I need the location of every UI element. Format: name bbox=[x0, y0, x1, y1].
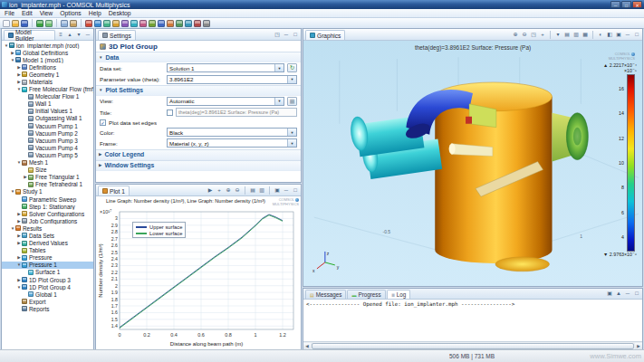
chevron-down-icon[interactable]: ▼ bbox=[287, 129, 296, 136]
menu-help[interactable]: Help bbox=[89, 10, 101, 16]
tree-item[interactable]: ▼Results bbox=[2, 224, 93, 232]
physics-icon[interactable] bbox=[139, 20, 147, 27]
undo-icon[interactable] bbox=[36, 20, 43, 27]
parameter-value-select[interactable]: 3.8961E2 ▼ bbox=[167, 75, 297, 84]
tree-item[interactable]: Vacuum Pump 2 bbox=[2, 129, 93, 137]
save-icon[interactable] bbox=[21, 20, 28, 27]
tree-item[interactable]: ▶Data Sets bbox=[2, 232, 93, 239]
y-log-scale-icon[interactable]: ▥ bbox=[258, 186, 265, 195]
minimize-panel-icon[interactable]: ─ bbox=[283, 31, 290, 39]
tree-item[interactable]: Size bbox=[2, 167, 93, 174]
tab-messages[interactable]: ▤Messages bbox=[305, 290, 346, 299]
scene-light-icon[interactable]: ◐ bbox=[597, 31, 604, 39]
warning-icon[interactable]: ▲ bbox=[615, 290, 622, 298]
scroll-right-icon[interactable]: ▶ bbox=[635, 343, 642, 349]
dataset-select[interactable]: Solution 1 ▼ bbox=[167, 63, 284, 72]
results-icon[interactable] bbox=[158, 20, 165, 27]
tree-item[interactable]: Initial Values 1 bbox=[2, 108, 93, 115]
tab-log[interactable]: ≣Log bbox=[387, 290, 411, 299]
graphics-tab[interactable]: Graphics bbox=[305, 30, 345, 40]
graphics-canvas[interactable]: theta(deg)=3.8961E2 Surface: Pressure (P… bbox=[303, 41, 642, 286]
desktop-icon[interactable] bbox=[194, 20, 201, 27]
expand-all-icon[interactable]: ▾ bbox=[75, 31, 82, 39]
tree-item[interactable]: Free Tetrahedral 1 bbox=[2, 181, 93, 188]
tree-item[interactable]: ▼1D Plot Group 4 bbox=[2, 283, 93, 291]
zoom-out-icon[interactable]: ⊖ bbox=[234, 186, 241, 195]
tree-item[interactable]: ▶Pressure bbox=[2, 254, 93, 262]
tree-item[interactable]: Reports bbox=[2, 305, 93, 312]
study-icon[interactable] bbox=[149, 20, 156, 27]
tab-progress[interactable]: ▬Progress bbox=[347, 290, 385, 299]
scroll-left-icon[interactable]: ◀ bbox=[303, 343, 311, 349]
x-log-scale-icon[interactable]: ▤ bbox=[249, 186, 256, 195]
menu-file[interactable]: File bbox=[5, 10, 14, 16]
tree-item[interactable]: ▶Global Definitions bbox=[2, 49, 93, 56]
mesh-icon[interactable] bbox=[94, 20, 101, 27]
zoom-extents-icon[interactable]: + bbox=[539, 31, 546, 39]
maximize-panel-icon[interactable]: □ bbox=[633, 290, 640, 298]
tree-item[interactable]: Tables bbox=[2, 247, 93, 254]
zoom-box-icon[interactable]: ◳ bbox=[530, 31, 537, 39]
tree-item[interactable]: ▶1D Plot Group 3 bbox=[2, 276, 93, 283]
close-button[interactable]: ✕ bbox=[632, 1, 642, 8]
tree-item[interactable]: ▶Geometry 1 bbox=[2, 71, 93, 78]
chevron-down-icon[interactable]: ▼ bbox=[287, 139, 296, 147]
collapse-all-icon[interactable]: ▴ bbox=[66, 31, 73, 39]
zoom-in-icon[interactable]: ⊕ bbox=[225, 186, 232, 195]
compute-icon[interactable] bbox=[103, 20, 111, 27]
tree-item[interactable]: Step 1: Stationary bbox=[2, 203, 93, 210]
image-snapshot-icon[interactable]: ▣ bbox=[615, 31, 622, 39]
transparency-icon[interactable]: ◧ bbox=[606, 31, 613, 39]
horizontal-scrollbar[interactable]: ◀ ▶ bbox=[303, 341, 642, 349]
tree-item[interactable]: ▶Free Triangular 1 bbox=[2, 174, 93, 181]
settings-tab[interactable]: Settings bbox=[98, 30, 136, 40]
minimize-panel-icon[interactable]: ─ bbox=[84, 31, 91, 39]
minimize-panel-icon[interactable]: ─ bbox=[624, 31, 631, 39]
tree-item[interactable]: ▼Pressure 1 bbox=[2, 262, 93, 269]
material-icon[interactable] bbox=[130, 20, 138, 27]
plot-icon[interactable] bbox=[112, 20, 120, 27]
maximize-panel-icon[interactable]: □ bbox=[292, 186, 299, 195]
plot1-tab[interactable]: Plot 1 bbox=[98, 186, 130, 195]
section-plot-settings[interactable]: ▼ Plot Settings bbox=[96, 85, 301, 96]
clear-log-icon[interactable]: ▣ bbox=[606, 290, 613, 298]
chevron-down-icon[interactable]: ▼ bbox=[274, 64, 284, 71]
tree-item[interactable]: Vacuum Pump 5 bbox=[2, 151, 93, 158]
open-icon[interactable] bbox=[12, 20, 19, 27]
menu-desktop[interactable]: Desktop bbox=[109, 10, 131, 16]
tree-item[interactable]: ▶Definitions bbox=[2, 63, 93, 71]
menu-options[interactable]: Options bbox=[60, 10, 81, 16]
toolbar-menu-icon[interactable]: ≡ bbox=[57, 31, 64, 39]
tree-item[interactable]: Wall 1 bbox=[2, 100, 93, 108]
chevron-down-icon[interactable]: ▼ bbox=[274, 98, 284, 105]
copy-icon[interactable] bbox=[61, 20, 68, 27]
zoom-out-icon[interactable]: ⊖ bbox=[521, 31, 528, 39]
help-icon[interactable] bbox=[176, 20, 183, 27]
go-to-default-view-icon[interactable]: ▾ bbox=[554, 31, 562, 39]
redo-icon[interactable] bbox=[45, 20, 53, 27]
tree-item[interactable]: ▶Derived Values bbox=[2, 240, 93, 247]
section-window-settings[interactable]: ▶ Window Settings bbox=[96, 160, 301, 171]
model-icon[interactable] bbox=[121, 20, 129, 27]
menu-view[interactable]: View bbox=[40, 10, 53, 16]
view-top-icon[interactable]: ▤ bbox=[563, 31, 571, 39]
geometry-icon[interactable] bbox=[85, 20, 92, 27]
tree-item[interactable]: Vacuum Pump 1 bbox=[2, 122, 93, 129]
view-front-icon[interactable]: ▥ bbox=[572, 31, 580, 39]
view-select[interactable]: Automatic ▼ bbox=[167, 97, 284, 106]
section-data[interactable]: ▼ Data bbox=[96, 52, 301, 62]
paste-icon[interactable] bbox=[70, 20, 77, 27]
new-icon[interactable] bbox=[3, 20, 10, 27]
maximize-panel-icon[interactable]: □ bbox=[633, 31, 640, 39]
section-color-legend[interactable]: ▶ Color Legend bbox=[96, 149, 301, 160]
model-builder-tab[interactable]: Model Builder bbox=[4, 30, 55, 40]
zoom-in-icon[interactable]: ⊕ bbox=[512, 31, 519, 39]
tree-item[interactable]: Export bbox=[2, 298, 93, 305]
maximize-panel-icon[interactable]: □ bbox=[292, 31, 299, 39]
view-settings-button[interactable]: ▦ bbox=[287, 97, 297, 106]
tree-item[interactable]: Global 1 bbox=[2, 291, 93, 298]
tree-item[interactable]: Parametric Sweep bbox=[2, 195, 93, 203]
tree-item[interactable]: Outgassing Wall 1 bbox=[2, 115, 93, 122]
frame-select[interactable]: Material (x, y, z) ▼ bbox=[167, 138, 297, 148]
zoom-extents-icon[interactable]: + bbox=[216, 186, 223, 195]
